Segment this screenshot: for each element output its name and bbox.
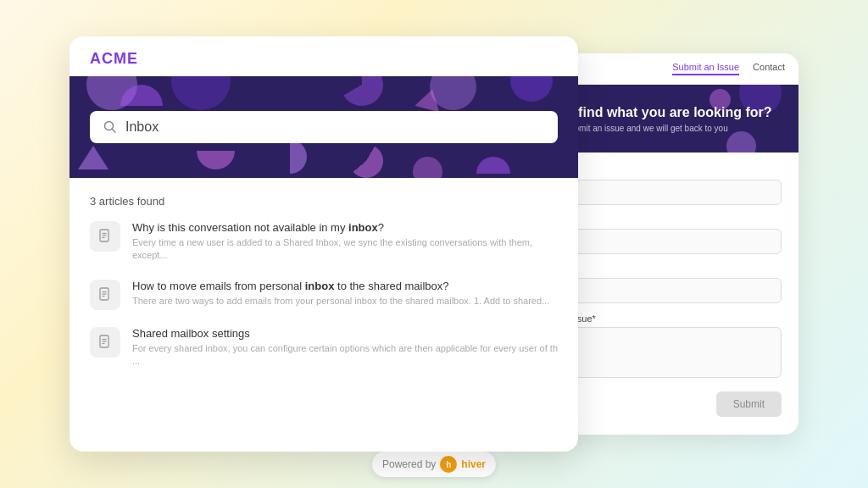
article-icon-3 — [90, 327, 120, 358]
article-item-3[interactable]: Shared mailbox settings For every shared… — [90, 327, 558, 369]
article-title-3: Shared mailbox settings — [132, 327, 558, 340]
search-icon — [103, 120, 117, 134]
article-item-2[interactable]: How to move emails from personal inbox t… — [90, 280, 558, 310]
brand-name: hiver — [461, 458, 486, 470]
back-hero-subtitle: Submit an issue and we will get back to … — [564, 124, 727, 133]
hiver-badge: Powered by h hiver — [372, 452, 496, 477]
document-icon — [97, 229, 113, 244]
articles-count: 3 articles found — [90, 195, 558, 208]
submit-button[interactable]: Submit — [716, 391, 782, 417]
article-title-1: Why is this conversation not available i… — [132, 221, 558, 234]
article-icon-1 — [90, 221, 120, 252]
front-logo: ACME — [70, 36, 578, 76]
article-content-2: How to move emails from personal inbox t… — [132, 280, 549, 308]
powered-by-text: Powered by — [382, 458, 436, 470]
nav-links: Submit an Issue Contact — [672, 62, 785, 75]
article-title-2: How to move emails from personal inbox t… — [132, 280, 549, 292]
article-content-3: Shared mailbox settings For every shared… — [132, 327, 558, 369]
footer: Powered by h hiver — [372, 452, 496, 477]
svg-line-1 — [113, 130, 116, 133]
article-item-1[interactable]: Why is this conversation not available i… — [90, 221, 558, 263]
front-body: 3 articles found Why is this conversatio… — [70, 178, 578, 402]
article-excerpt-2: There are two ways to add emails from yo… — [132, 295, 549, 308]
document-icon-2 — [97, 287, 113, 302]
article-icon-2 — [90, 280, 120, 310]
document-icon-3 — [97, 335, 113, 350]
nav-contact[interactable]: Contact — [753, 62, 785, 75]
search-card: ACME — [70, 36, 578, 452]
search-bar[interactable] — [90, 111, 558, 143]
front-hero — [70, 76, 578, 178]
hiver-logo-icon: h — [440, 456, 457, 473]
article-content-1: Why is this conversation not available i… — [132, 221, 558, 263]
article-excerpt-3: For every shared inbox, you can configur… — [132, 342, 558, 369]
nav-submit-issue[interactable]: Submit an Issue — [672, 62, 739, 75]
article-excerpt-1: Every time a new user is added to a Shar… — [132, 236, 558, 263]
search-input[interactable] — [125, 119, 544, 135]
